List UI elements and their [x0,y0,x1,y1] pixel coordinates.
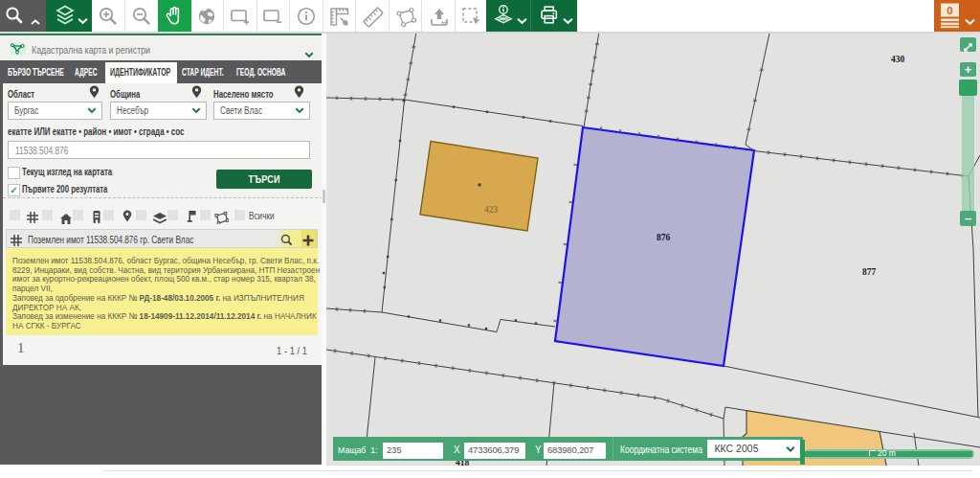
svg-text:876: 876 [657,233,671,242]
svg-text:430: 430 [891,55,905,64]
svg-text:877: 877 [862,267,877,277]
svg-text:423: 423 [484,205,499,215]
svg-text:0: 0 [947,5,952,16]
